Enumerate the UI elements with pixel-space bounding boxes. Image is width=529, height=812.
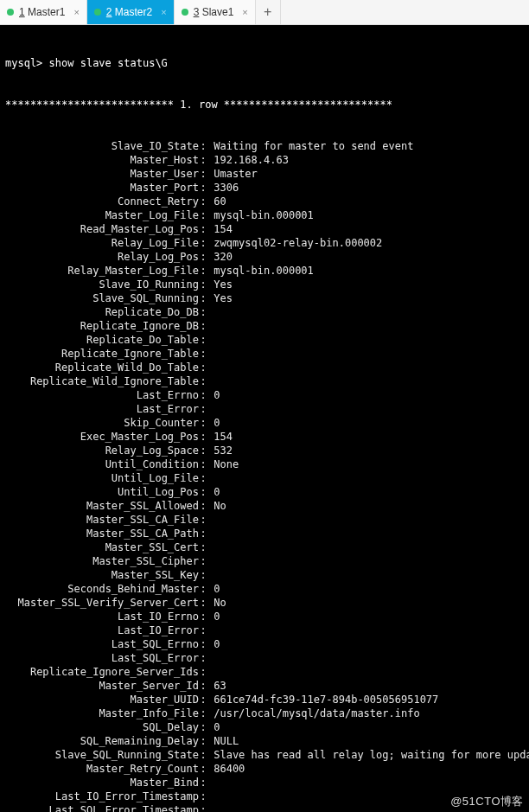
window: 1 Master1 × 2 Master2 × 3 Slave1 × + mys… (0, 0, 529, 812)
status-key: Until_Condition (5, 457, 199, 471)
status-value: Slave has read all relay log; waiting fo… (207, 748, 529, 762)
status-key: Connect_Retry (5, 195, 199, 208)
colon-separator: : (199, 139, 207, 153)
status-row: Replicate_Do_DB: (5, 305, 524, 319)
colon-separator: : (199, 278, 207, 291)
new-tab-button[interactable]: + (256, 0, 281, 24)
slave-status-output: Slave_IO_State: Waiting for master to se… (5, 139, 524, 812)
tab-session-master1[interactable]: 1 Master1 × (0, 0, 87, 24)
status-key: Master_SSL_CA_File (5, 513, 199, 527)
close-icon[interactable]: × (73, 7, 79, 17)
status-row: Relay_Log_File: zwqmysql02-relay-bin.000… (5, 236, 524, 250)
status-row: Last_IO_Error: (5, 623, 524, 637)
status-key: Slave_SQL_Running (5, 291, 199, 305)
status-value: mysql-bin.000001 (207, 208, 524, 222)
colon-separator: : (199, 416, 207, 430)
status-key: Replicate_Ignore_Table (5, 347, 199, 361)
colon-separator: : (199, 748, 207, 762)
status-row: Master_Host: 192.168.4.63 (5, 153, 524, 167)
status-dot-icon (94, 9, 101, 16)
colon-separator: : (199, 264, 207, 278)
colon-separator: : (199, 222, 207, 236)
status-row: Master_Bind: (5, 776, 524, 790)
status-value (207, 402, 524, 416)
status-key: Replicate_Do_DB (5, 305, 199, 319)
close-icon[interactable]: × (242, 7, 247, 17)
status-value: 86400 (207, 762, 524, 776)
status-key: SQL_Delay (5, 720, 199, 734)
colon-separator: : (199, 499, 207, 513)
colon-separator: : (199, 720, 207, 734)
status-row: Last_SQL_Errno: 0 (5, 637, 524, 651)
status-row: Master_Retry_Count: 86400 (5, 762, 524, 776)
status-value: 192.168.4.63 (207, 153, 524, 167)
status-value: Waiting for master to send event (207, 139, 524, 153)
status-key: Seconds_Behind_Master (5, 582, 199, 596)
status-row: Until_Log_File: (5, 471, 524, 485)
colon-separator: : (199, 471, 207, 485)
status-key: Master_Bind (5, 776, 199, 790)
colon-separator: : (199, 402, 207, 416)
colon-separator: : (199, 153, 207, 167)
status-value: Yes (207, 278, 524, 291)
status-value: No (207, 596, 524, 610)
status-row: Master_SSL_Cert: (5, 540, 524, 554)
tab-session-slave1[interactable]: 3 Slave1 × (175, 0, 256, 24)
status-key: Slave_IO_State (5, 139, 199, 153)
status-key: Master_SSL_Verify_Server_Cert (5, 596, 199, 610)
colon-separator: : (199, 319, 207, 333)
status-row: Replicate_Wild_Ignore_Table: (5, 374, 524, 388)
close-icon[interactable]: × (161, 7, 166, 17)
colon-separator: : (199, 333, 207, 347)
colon-separator: : (199, 554, 207, 568)
status-key: Last_SQL_Error (5, 651, 199, 665)
status-value: Umaster (207, 167, 524, 181)
status-key: Replicate_Wild_Ignore_Table (5, 374, 199, 388)
status-key: Relay_Log_Space (5, 444, 199, 457)
colon-separator: : (199, 361, 207, 374)
status-key: Replicate_Wild_Do_Table (5, 361, 199, 374)
status-dot-icon (182, 9, 188, 16)
status-key: Replicate_Ignore_Server_Ids (5, 665, 199, 679)
status-value: mysql-bin.000001 (207, 264, 524, 278)
colon-separator: : (199, 347, 207, 361)
colon-separator: : (199, 513, 207, 527)
colon-separator: : (199, 181, 207, 195)
status-value (207, 513, 524, 527)
tab-label: Master2 (112, 6, 153, 18)
terminal[interactable]: mysql> show slave status\G *************… (0, 25, 529, 812)
status-value: 60 (207, 195, 524, 208)
status-value (207, 776, 524, 790)
status-key: Master_SSL_Key (5, 568, 199, 582)
tab-session-master2[interactable]: 2 Master2 × (87, 0, 175, 24)
status-row: Last_Error: (5, 402, 524, 416)
status-row: Replicate_Ignore_Server_Ids: (5, 665, 524, 679)
status-key: Exec_Master_Log_Pos (5, 430, 199, 444)
status-value: No (207, 499, 524, 513)
colon-separator: : (199, 693, 207, 707)
status-row: Last_IO_Error_Timestamp: (5, 790, 524, 803)
colon-separator: : (199, 707, 207, 720)
status-row: Skip_Counter: 0 (5, 416, 524, 430)
tab-hotkey: 1 (19, 6, 25, 18)
colon-separator: : (199, 734, 207, 748)
status-key: Last_IO_Error (5, 623, 199, 637)
colon-separator: : (199, 803, 207, 812)
status-key: Read_Master_Log_Pos (5, 222, 199, 236)
status-key: Slave_IO_Running (5, 278, 199, 291)
status-key: Skip_Counter (5, 416, 199, 430)
status-row: Until_Condition: None (5, 457, 524, 471)
status-row: Master_SSL_CA_File: (5, 513, 524, 527)
status-key: Last_Errno (5, 388, 199, 402)
status-row: Replicate_Ignore_DB: (5, 319, 524, 333)
colon-separator: : (199, 485, 207, 499)
colon-separator: : (199, 582, 207, 596)
colon-separator: : (199, 208, 207, 222)
status-row: Slave_IO_Running: Yes (5, 278, 524, 291)
status-key: SQL_Remaining_Delay (5, 734, 199, 748)
status-value: 0 (207, 610, 524, 623)
colon-separator: : (199, 388, 207, 402)
status-value: 320 (207, 250, 524, 264)
colon-separator: : (199, 679, 207, 693)
status-row: Replicate_Ignore_Table: (5, 347, 524, 361)
